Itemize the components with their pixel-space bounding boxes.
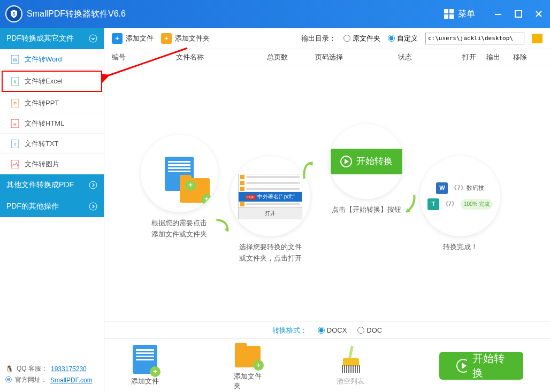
output-custom-radio[interactable]: 自定义 xyxy=(388,34,418,43)
chevron-right-icon xyxy=(89,202,97,211)
svg-text:S: S xyxy=(12,12,16,17)
sample-start-button: 开始转换 xyxy=(331,149,402,174)
grid-icon xyxy=(444,9,454,19)
sidebar-category-pdf-other-ops[interactable]: PDF的其他操作 xyxy=(0,196,104,217)
format-label: 转换格式： xyxy=(272,326,307,335)
add-folder-icon: + xyxy=(161,33,172,44)
menu-button[interactable]: 菜单 xyxy=(438,5,482,23)
sidebar-footer: 🐧 QQ 客服： 1933175230 ⓔ 官方网址： SmallPDF.com xyxy=(0,359,104,392)
sidebar-item-image[interactable]: 文件转图片 xyxy=(0,154,104,174)
chevron-down-icon xyxy=(89,34,97,43)
app-logo: S xyxy=(5,5,22,22)
sidebar-item-excel[interactable]: X 文件转Excel xyxy=(2,71,102,92)
svg-rect-2 xyxy=(515,11,522,17)
toolbar: + 添加文件 + 添加文件夹 输出目录： 原文件夹 自定义 xyxy=(104,28,550,49)
svg-text:T: T xyxy=(13,142,17,147)
add-file-icon: + xyxy=(112,33,123,44)
qq-icon: 🐧 xyxy=(5,365,13,373)
play-icon xyxy=(340,156,352,167)
title-bar: S SmallPDF转换器软件V6.6 菜单 xyxy=(0,0,550,28)
svg-text:P: P xyxy=(13,101,17,106)
image-icon xyxy=(11,160,19,168)
sidebar-item-txt[interactable]: T 文件转TXT xyxy=(0,134,104,154)
sidebar: PDF转换成其它文件 W 文件转Word X 文件转Excel P 文件转PPT… xyxy=(0,28,104,392)
chevron-right-icon xyxy=(89,181,97,189)
txt-icon: T xyxy=(11,140,19,148)
maximize-icon xyxy=(515,10,522,18)
add-folder-big-button[interactable]: + 添加文件夹 xyxy=(234,341,262,391)
file-list-header: 编号 文件名称 总页数 页码选择 状态 打开 输出 移除 xyxy=(104,49,550,65)
close-icon xyxy=(535,10,543,18)
svg-point-3 xyxy=(89,35,97,42)
svg-point-15 xyxy=(89,181,97,189)
col-name: 文件名称 xyxy=(176,52,267,62)
col-open: 打开 xyxy=(462,52,486,62)
sidebar-category-pdf-to-other[interactable]: PDF转换成其它文件 xyxy=(0,28,104,49)
maximize-button[interactable] xyxy=(513,8,524,20)
format-doc-radio[interactable]: DOC xyxy=(357,326,382,334)
sidebar-category-other-to-pdf[interactable]: 其他文件转换成PDF xyxy=(0,174,104,196)
col-pages: 总页数 xyxy=(267,52,315,62)
output-original-radio[interactable]: 原文件夹 xyxy=(343,34,380,43)
format-row: 转换格式： DOCX DOC xyxy=(104,321,550,339)
minimize-icon xyxy=(494,10,502,18)
app-title: SmallPDF转换器软件V6.6 xyxy=(27,9,438,20)
svg-rect-1 xyxy=(495,14,501,15)
col-no: 编号 xyxy=(112,52,176,62)
close-button[interactable] xyxy=(533,8,545,20)
add-folder-button[interactable]: + 添加文件夹 xyxy=(161,33,210,44)
add-file-button[interactable]: + 添加文件 xyxy=(112,33,154,44)
html-icon: H xyxy=(11,119,19,128)
svg-point-16 xyxy=(89,203,97,210)
svg-text:W: W xyxy=(13,57,18,63)
svg-rect-14 xyxy=(11,160,19,168)
ie-icon: ⓔ xyxy=(5,375,12,385)
col-rm: 移除 xyxy=(513,52,537,62)
step-4: W《7》数码技 T《7》100% 完成 转换完成！ xyxy=(409,156,511,253)
add-file-big-button[interactable]: + 添加文件 xyxy=(131,345,159,386)
browse-folder-button[interactable] xyxy=(532,34,543,43)
qq-link[interactable]: 1933175230 xyxy=(51,365,87,373)
ppt-icon: P xyxy=(11,99,19,107)
col-range: 页码选择 xyxy=(315,52,398,62)
clear-list-button[interactable]: 清空列表 xyxy=(337,345,364,386)
start-convert-button[interactable]: 开始转换 xyxy=(439,352,523,380)
bottom-bar: + 添加文件 + 添加文件夹 清空列表 开始转换 xyxy=(104,339,550,392)
site-link[interactable]: SmallPDF.com xyxy=(50,376,93,384)
output-path-input[interactable] xyxy=(425,33,524,44)
svg-text:X: X xyxy=(13,79,17,84)
empty-state: + + 根据您的需要点击 添加文件或文件夹 PDF中外著名(*.pdf;* 打开 xyxy=(104,65,550,321)
shield-icon: S xyxy=(9,9,19,19)
excel-icon: X xyxy=(11,77,19,86)
minimize-button[interactable] xyxy=(492,8,504,20)
play-icon xyxy=(456,359,467,373)
output-label: 输出目录： xyxy=(301,34,336,43)
sidebar-item-ppt[interactable]: P 文件转PPT xyxy=(0,93,104,113)
main-panel: + 添加文件 + 添加文件夹 输出目录： 原文件夹 自定义 编号 文件名称 总页… xyxy=(104,28,550,392)
sidebar-item-html[interactable]: H 文件转HTML xyxy=(0,113,104,134)
svg-text:H: H xyxy=(13,122,17,127)
sidebar-item-word[interactable]: W 文件转Word xyxy=(0,49,104,70)
word-icon: W xyxy=(11,55,19,64)
format-docx-radio[interactable]: DOCX xyxy=(318,326,347,334)
col-out: 输出 xyxy=(486,52,513,62)
col-status: 状态 xyxy=(398,52,462,62)
